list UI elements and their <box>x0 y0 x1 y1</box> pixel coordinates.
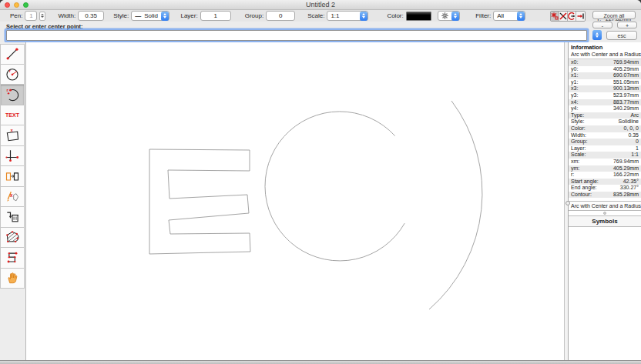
shape-letter-e[interactable] <box>149 149 250 254</box>
info-row: x0: 769.94mm <box>569 59 641 66</box>
info-row: Width: 0.35 <box>569 132 641 139</box>
info-row-label: End angle: <box>571 185 596 192</box>
width-field[interactable]: 0.35 <box>78 11 104 21</box>
style-dropdown[interactable]: — Solid <box>131 11 169 21</box>
polygon-tool[interactable]: x <box>0 125 25 146</box>
edit-points-tool[interactable]: x <box>0 187 25 208</box>
shape-paren-arc[interactable] <box>429 101 482 309</box>
info-row-value: 1:1 <box>631 152 639 159</box>
info-row-label: Start angle: <box>571 179 599 185</box>
info-row-label: y1: <box>571 79 578 86</box>
info-row-label: y4: <box>571 105 578 112</box>
drawing-canvas[interactable] <box>25 42 564 360</box>
pen-value-field[interactable]: 1 <box>25 11 37 21</box>
snap-center-button[interactable] <box>568 12 576 21</box>
arc-center-radius-icon: r <box>5 87 20 102</box>
info-row-value: 42.35° <box>623 179 639 185</box>
filter-label: Filter: <box>475 12 491 19</box>
tool-palette: r r TEXT x <box>0 44 25 289</box>
info-row-value: Solidline <box>619 119 639 125</box>
info-row-label: y3: <box>571 92 578 99</box>
info-row: Type: Arc <box>569 112 641 119</box>
zoom-out-button[interactable]: - <box>592 22 612 28</box>
info-row: y0: 405.29mm <box>569 66 641 73</box>
info-row-value: Arc <box>631 112 639 119</box>
zoom-controls: Zoom all - + esc <box>592 11 637 40</box>
color-label: Color: <box>387 12 403 19</box>
delete-tool[interactable] <box>0 207 25 228</box>
settings-gear-button[interactable] <box>438 11 461 21</box>
symbols-panel-title[interactable]: Symbols <box>569 215 641 227</box>
line-tool[interactable] <box>0 44 25 65</box>
color-swatch[interactable] <box>406 12 431 21</box>
info-row-label: Group: <box>571 139 587 145</box>
snap-center-icon <box>568 12 576 20</box>
circle-radius-icon: r <box>5 66 20 82</box>
filter-dropdown[interactable]: All <box>493 11 525 21</box>
scale-dropdown[interactable]: 1:1 <box>327 11 368 21</box>
shape-circle-arc[interactable] <box>265 112 404 261</box>
info-row-value: 769.94mm <box>613 159 639 165</box>
info-row-label: x0: <box>571 59 578 66</box>
duplicate-tool[interactable] <box>0 166 25 187</box>
layer-field[interactable]: 1 <box>200 11 231 21</box>
info-row: Style: Solidline <box>569 119 641 125</box>
snap-perpendicular-button[interactable] <box>576 12 585 21</box>
zoom-all-button[interactable]: Zoom all <box>592 11 636 19</box>
info-panel-subtitle: Arc with Center and a Radius <box>569 51 641 59</box>
pen-stepper[interactable] <box>39 12 45 21</box>
polyline-tool[interactable] <box>0 248 25 269</box>
info-row-label: x1: <box>571 72 578 79</box>
duplicate-icon <box>5 169 20 184</box>
info-row-label: x4: <box>571 99 578 106</box>
info-row-label: y0: <box>571 66 578 73</box>
snap-intersection-button[interactable] <box>559 12 568 21</box>
perpendicular-point-tool[interactable] <box>0 146 25 167</box>
side-panel: Information Arc with Center and a Radius… <box>568 42 641 360</box>
window-bottom-edge <box>0 360 641 364</box>
group-field[interactable]: 0 <box>266 11 295 21</box>
info-row: y3: 523.97mm <box>569 92 641 99</box>
command-input[interactable] <box>6 30 587 41</box>
info-row-value: 883.77mm <box>613 99 639 106</box>
layer-label: Layer: <box>180 12 197 19</box>
svg-text:x: x <box>10 192 13 198</box>
info-row-label: r: <box>571 172 574 179</box>
hatch-tool[interactable] <box>0 228 25 249</box>
window-title: Untitled 2 <box>0 1 641 8</box>
panel-collapse-handle[interactable] <box>565 201 570 205</box>
drawing-layer <box>26 42 565 360</box>
info-row-value: 166.22mm <box>613 172 639 179</box>
info-footer: Arc with Center and a Radius <box>569 201 641 211</box>
info-row: y1: 551.05mm <box>569 79 641 86</box>
app-window: Untitled 2 Pen: 1 Width: 0.35 Style: — S… <box>0 0 641 364</box>
snap-grid-button[interactable] <box>551 12 559 21</box>
polyline-icon <box>5 250 20 265</box>
scale-label: Scale: <box>307 12 324 19</box>
width-label: Width: <box>58 12 76 19</box>
arc-center-radius-tool[interactable]: r <box>0 85 25 105</box>
gear-icon <box>441 12 448 19</box>
style-label: Style: <box>113 12 129 19</box>
info-row: x4: 883.77mm <box>569 99 641 106</box>
info-row-label: Type: <box>571 112 584 119</box>
info-row-label: Width: <box>571 132 586 139</box>
info-row-value: 0 <box>636 139 639 145</box>
hand-icon <box>5 270 20 286</box>
info-row-label: xm: <box>571 159 579 165</box>
text-tool[interactable]: TEXT <box>0 105 25 126</box>
zoom-in-button[interactable]: + <box>617 22 637 28</box>
info-row-label: ym: <box>571 165 579 172</box>
parameter-toolbar: Pen: 1 Width: 0.35 Style: — Solid Layer:… <box>0 10 641 22</box>
info-row-label: Color: <box>571 125 586 132</box>
panel-resize-handle[interactable] <box>603 212 606 215</box>
pan-tool[interactable] <box>0 269 25 289</box>
esc-button[interactable]: esc <box>606 31 637 40</box>
info-row: x3: 900.13mm <box>569 85 641 92</box>
circle-radius-tool[interactable]: r <box>0 65 25 85</box>
command-stepper[interactable] <box>592 30 602 40</box>
info-row-value: 0, 0, 0 <box>624 125 639 132</box>
info-row: Group: 0 <box>569 139 641 145</box>
symbols-panel-body[interactable] <box>569 227 641 360</box>
snap-button-group <box>550 11 586 22</box>
